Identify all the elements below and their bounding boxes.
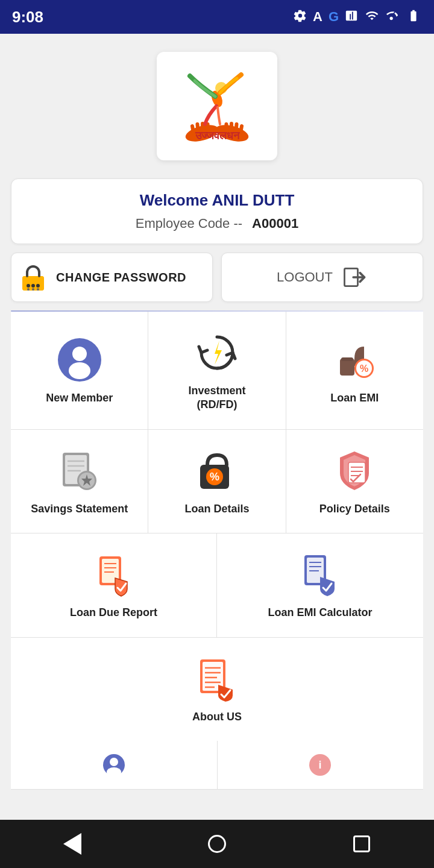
recents-icon xyxy=(353,835,370,852)
new-member-icon xyxy=(55,336,104,384)
policy-label: Policy Details xyxy=(319,502,390,516)
partial-visible-row: i xyxy=(11,741,423,790)
nav-home-button[interactable] xyxy=(199,826,235,862)
status-icons: A G xyxy=(294,9,422,25)
calculator-label: Loan EMI Calculator xyxy=(268,606,372,620)
partial-item-1[interactable] xyxy=(11,741,218,789)
svg-text:%: % xyxy=(210,471,219,483)
change-password-button[interactable]: CHANGE PASSWORD xyxy=(11,253,213,302)
nav-back-button[interactable] xyxy=(54,826,90,862)
welcome-title: Welcome ANIL DUTT xyxy=(30,191,404,210)
menu-item-policy[interactable]: Policy Details xyxy=(286,430,423,533)
nav-recents-button[interactable] xyxy=(344,826,380,862)
loan-due-label: Loan Due Report xyxy=(70,606,157,620)
svg-point-16 xyxy=(31,284,35,288)
calculator-icon xyxy=(296,550,344,599)
menu-item-calculator[interactable]: Loan EMI Calculator xyxy=(217,533,423,637)
main-content: उज्जवलधन Welcome ANIL DUTT Employee Code… xyxy=(0,34,434,844)
menu-item-loan-due[interactable]: Loan Due Report xyxy=(11,533,217,637)
home-icon xyxy=(208,835,226,853)
svg-point-19 xyxy=(32,288,34,291)
menu-row-4: About US xyxy=(11,638,423,741)
partial-item-2[interactable]: i xyxy=(218,741,424,789)
sim-icon xyxy=(345,9,358,25)
logout-label: LOGOUT xyxy=(277,269,333,285)
logo-box: उज्जवलधन xyxy=(157,52,277,160)
employee-code-value: A00001 xyxy=(252,216,298,231)
menu-item-loan-emi[interactable]: % Loan EMI xyxy=(286,312,423,429)
svg-point-18 xyxy=(27,288,30,291)
loan-details-label: Loan Details xyxy=(184,502,249,516)
settings-icon xyxy=(294,9,307,25)
loan-emi-icon: % xyxy=(330,336,379,384)
bottom-nav xyxy=(0,820,434,868)
status-bar: 9:08 A G xyxy=(0,0,434,34)
loan-details-icon: % xyxy=(193,447,241,495)
investment-label: Investment(RD/FD) xyxy=(188,384,245,412)
svg-point-20 xyxy=(37,288,39,291)
a-icon: A xyxy=(313,9,322,25)
wifi-icon xyxy=(364,9,380,25)
menu-grid: New Member xyxy=(11,312,423,741)
status-time: 9:08 xyxy=(12,8,43,27)
action-buttons: CHANGE PASSWORD LOGOUT xyxy=(11,253,423,302)
logout-button[interactable]: LOGOUT xyxy=(221,253,423,302)
loan-emi-label: Loan EMI xyxy=(330,391,379,405)
svg-marker-26 xyxy=(215,341,222,365)
about-icon xyxy=(193,655,241,703)
savings-icon xyxy=(55,447,104,495)
new-member-label: New Member xyxy=(46,391,113,405)
menu-item-savings[interactable]: Savings Statement xyxy=(11,430,148,533)
policy-icon xyxy=(330,447,379,495)
svg-point-15 xyxy=(27,284,30,288)
employee-code-label: Employee Code -- xyxy=(136,216,242,231)
investment-icon xyxy=(193,329,241,377)
svg-rect-27 xyxy=(340,359,354,376)
about-label: About US xyxy=(192,710,242,724)
menu-row-3: Loan Due Report xyxy=(11,533,423,637)
svg-point-65 xyxy=(110,758,118,766)
welcome-card: Welcome ANIL DUTT Employee Code -- A0000… xyxy=(11,178,423,244)
savings-label: Savings Statement xyxy=(31,502,128,516)
menu-row-2: Savings Statement % Loan Details xyxy=(11,430,423,533)
svg-point-25 xyxy=(69,362,90,379)
employee-row: Employee Code -- A00001 xyxy=(30,216,404,231)
logo-image: उज्जवलधन xyxy=(169,67,265,145)
svg-rect-28 xyxy=(341,357,353,361)
svg-text:i: i xyxy=(319,759,322,771)
g-icon: G xyxy=(329,9,339,25)
menu-item-about[interactable]: About US xyxy=(148,638,286,741)
svg-text:उज्जवलधन: उज्जवलधन xyxy=(195,130,241,142)
menu-item-new-member[interactable]: New Member xyxy=(11,312,148,429)
menu-item-investment[interactable]: Investment(RD/FD) xyxy=(148,312,286,429)
loan-due-icon xyxy=(90,550,138,599)
signal-icon xyxy=(386,9,399,25)
menu-item-loan-details[interactable]: % Loan Details xyxy=(148,430,286,533)
svg-point-66 xyxy=(107,767,121,777)
svg-point-17 xyxy=(36,284,40,288)
back-icon xyxy=(63,833,81,855)
svg-text:%: % xyxy=(360,363,368,374)
change-password-label: CHANGE PASSWORD xyxy=(56,271,186,285)
menu-row-1: New Member xyxy=(11,312,423,430)
logo-area: उज्जवलधन xyxy=(0,34,434,172)
svg-point-24 xyxy=(72,347,87,361)
battery-icon xyxy=(405,9,422,25)
